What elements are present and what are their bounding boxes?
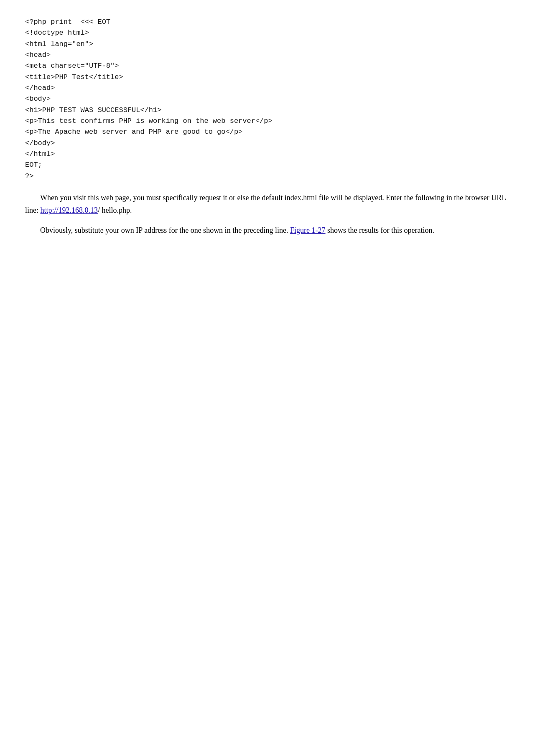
- code-block: <?php print <<< EOT <!doctype html> <htm…: [25, 17, 510, 182]
- prose-paragraph-2: Obviously, substitute your own IP addres…: [25, 224, 510, 237]
- paragraph1-suffix: / hello.php.: [98, 206, 132, 214]
- paragraph2-suffix: shows the results for this operation.: [326, 226, 434, 234]
- prose-paragraph-1: When you visit this web page, you must s…: [25, 192, 510, 216]
- link-ip-address[interactable]: http://192.168.0.13: [41, 206, 98, 214]
- link-figure-1-27[interactable]: Figure 1-27: [290, 226, 326, 234]
- paragraph2-text: Obviously, substitute your own IP addres…: [40, 226, 290, 234]
